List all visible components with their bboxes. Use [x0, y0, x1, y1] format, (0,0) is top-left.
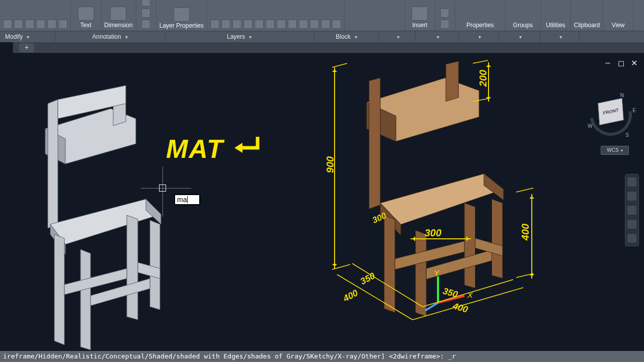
- ribbon: Text Dimension Layer Properties Insert P…: [0, 0, 644, 31]
- viewport-maximize[interactable]: ◻: [617, 58, 625, 68]
- nav-wheel-icon[interactable]: [627, 177, 636, 187]
- modify-group: [0, 0, 71, 31]
- panel-labels: Modify Annotation Layers Block: [0, 31, 644, 42]
- text-button[interactable]: Text: [71, 0, 101, 31]
- navigation-bar: [625, 174, 639, 246]
- svg-marker-5: [50, 199, 161, 244]
- clipboard-panel[interactable]: Clipboard: [571, 0, 603, 31]
- modify-label[interactable]: Modify: [0, 31, 55, 42]
- nav-pan-icon[interactable]: [627, 192, 636, 201]
- svg-marker-32: [234, 143, 243, 153]
- nav-zoom-icon[interactable]: [627, 206, 636, 215]
- active-tab[interactable]: [0, 42, 13, 53]
- utilities-panel[interactable]: Utilities: [541, 0, 571, 31]
- annotation-small: [136, 0, 156, 31]
- svg-marker-11: [80, 249, 91, 350]
- viewport-close[interactable]: ✕: [630, 58, 638, 68]
- dimension-button[interactable]: Dimension: [101, 0, 136, 31]
- annotation-label[interactable]: Annotation: [55, 31, 165, 42]
- wcs-dropdown[interactable]: WCS: [601, 146, 629, 155]
- layerprops-button[interactable]: Layer Properties: [156, 0, 207, 31]
- gray-chair-model: [35, 73, 166, 340]
- add-tab-button[interactable]: +: [19, 43, 34, 52]
- command-line[interactable]: ireframe/Hidden/Realistic/Conceptual/Sha…: [0, 351, 644, 362]
- insert-button[interactable]: Insert: [405, 0, 435, 31]
- groups-panel[interactable]: Groups: [506, 0, 541, 31]
- svg-marker-2: [48, 100, 58, 228]
- layers-label[interactable]: Layers: [165, 31, 314, 42]
- block-label[interactable]: Block: [314, 31, 379, 42]
- dynamic-input[interactable]: ma: [174, 194, 200, 205]
- gap: [345, 0, 405, 31]
- mat-annotation: MAT: [166, 134, 224, 164]
- viewcube[interactable]: FRONT N S E W: [590, 94, 632, 136]
- viewport-minimize[interactable]: –: [604, 58, 612, 68]
- dim-extensions: [322, 58, 543, 330]
- nav-showmotion-icon[interactable]: [627, 234, 636, 243]
- svg-marker-9: [127, 215, 138, 320]
- layers-icons: [207, 0, 345, 31]
- model-canvas[interactable]: – ◻ ✕: [0, 53, 644, 351]
- svg-marker-10: [150, 220, 160, 310]
- view-panel[interactable]: View: [603, 0, 633, 31]
- properties-panel[interactable]: Properties: [455, 0, 506, 31]
- nav-orbit-icon[interactable]: [627, 220, 636, 229]
- enter-arrow-icon: [231, 135, 262, 158]
- svg-marker-8: [54, 234, 64, 345]
- drawing-tabs: +: [0, 42, 644, 53]
- block-small: [435, 0, 455, 31]
- viewport-controls: – ◻ ✕: [604, 58, 638, 68]
